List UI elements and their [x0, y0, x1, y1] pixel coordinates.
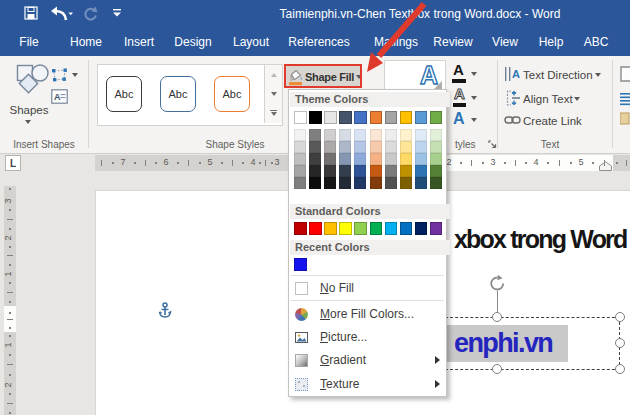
standard-color-swatch[interactable] — [400, 222, 413, 235]
theme-variant-swatch[interactable] — [354, 129, 366, 141]
theme-variant-swatch[interactable] — [294, 177, 306, 189]
shape-fill-button[interactable]: Shape Fill — [286, 66, 360, 88]
theme-variant-swatch[interactable] — [400, 177, 412, 189]
resize-handle-top-center[interactable] — [492, 312, 502, 322]
theme-variant-swatch[interactable] — [385, 153, 397, 165]
standard-color-swatch[interactable] — [370, 222, 383, 235]
theme-color-swatch[interactable] — [309, 111, 322, 124]
save-icon[interactable] — [24, 6, 38, 20]
theme-variant-swatch[interactable] — [339, 141, 351, 153]
resize-handle-bottom-right[interactable] — [615, 364, 625, 374]
theme-variant-swatch[interactable] — [354, 177, 366, 189]
tab-insert[interactable]: Insert — [124, 35, 154, 49]
shapes-dropdown-arrow[interactable] — [25, 120, 31, 124]
text-direction-dropdown-arrow[interactable] — [595, 73, 601, 77]
standard-color-swatch[interactable] — [324, 222, 337, 235]
recent-color-swatch[interactable] — [294, 258, 307, 271]
theme-variant-swatch[interactable] — [354, 165, 366, 177]
theme-variant-swatch[interactable] — [430, 141, 442, 153]
theme-variant-swatch[interactable] — [385, 165, 397, 177]
align-text-button[interactable]: Align Text — [523, 93, 573, 105]
theme-variant-swatch[interactable] — [370, 129, 382, 141]
textbox-selection-outline[interactable] — [445, 317, 620, 370]
theme-variant-swatch[interactable] — [309, 141, 321, 153]
theme-color-swatch[interactable] — [354, 111, 367, 124]
menu-item-gradient[interactable]: Gradient — [290, 349, 446, 371]
resize-handle-right-middle[interactable] — [615, 338, 625, 348]
tab-file[interactable]: File — [19, 35, 38, 49]
text-fill-dropdown-arrow[interactable] — [471, 72, 477, 76]
text-fill-button[interactable]: A — [453, 63, 464, 77]
tab-view[interactable]: View — [492, 35, 518, 49]
tab-abc[interactable]: ABC — [584, 35, 609, 49]
tab-mailings[interactable]: Mailings — [374, 35, 418, 49]
theme-variant-swatch[interactable] — [385, 141, 397, 153]
theme-variant-swatch[interactable] — [294, 165, 306, 177]
customize-qat-icon[interactable] — [112, 9, 122, 17]
theme-variant-swatch[interactable] — [415, 153, 427, 165]
gallery-more-button[interactable] — [264, 103, 282, 123]
theme-variant-swatch[interactable] — [415, 141, 427, 153]
standard-color-swatch[interactable] — [294, 222, 307, 235]
edit-shape-icon[interactable] — [51, 68, 68, 82]
theme-variant-swatch[interactable] — [294, 153, 306, 165]
shapes-button[interactable]: Shapes — [9, 104, 48, 116]
standard-color-swatch[interactable] — [415, 222, 428, 235]
align-text-dropdown-arrow[interactable] — [574, 97, 580, 101]
edit-shape-dropdown-arrow[interactable] — [72, 73, 78, 77]
resize-handle-top-right[interactable] — [615, 312, 625, 322]
theme-variant-swatch[interactable] — [415, 129, 427, 141]
theme-variant-swatch[interactable] — [430, 129, 442, 141]
standard-color-swatch[interactable] — [385, 222, 398, 235]
theme-variant-swatch[interactable] — [324, 153, 336, 165]
theme-variant-swatch[interactable] — [309, 165, 321, 177]
resize-handle-bottom-center[interactable] — [492, 364, 502, 374]
theme-color-swatch[interactable] — [400, 111, 413, 124]
shape-style-option-2[interactable]: Abc — [160, 76, 196, 112]
text-outline-button[interactable]: A — [454, 87, 465, 101]
text-effects-dropdown-arrow[interactable] — [471, 118, 477, 122]
standard-color-swatch[interactable] — [309, 222, 322, 235]
shape-style-option-1[interactable]: Abc — [106, 76, 142, 112]
tab-references[interactable]: References — [288, 35, 349, 49]
theme-variant-swatch[interactable] — [354, 141, 366, 153]
standard-color-swatch[interactable] — [339, 222, 352, 235]
menu-item-more-fill-colors[interactable]: More Fill Colors... — [290, 303, 446, 325]
theme-variant-swatch[interactable] — [385, 177, 397, 189]
theme-variant-swatch[interactable] — [309, 129, 321, 141]
theme-color-swatch[interactable] — [385, 111, 398, 124]
rotate-handle[interactable] — [489, 275, 506, 292]
theme-variant-swatch[interactable] — [430, 177, 442, 189]
text-effects-button[interactable]: A — [453, 111, 465, 126]
vertical-ruler[interactable]: 32112 — [4, 186, 16, 415]
standard-color-swatch[interactable] — [354, 222, 367, 235]
theme-variant-swatch[interactable] — [415, 177, 427, 189]
theme-variant-swatch[interactable] — [339, 177, 351, 189]
text-outline-dropdown-arrow[interactable] — [471, 96, 477, 100]
gallery-scroll-down-button[interactable] — [264, 84, 282, 103]
theme-variant-swatch[interactable] — [400, 153, 412, 165]
draw-textbox-icon[interactable]: A — [51, 89, 68, 104]
theme-variant-swatch[interactable] — [370, 177, 382, 189]
theme-variant-swatch[interactable] — [324, 165, 336, 177]
theme-variant-swatch[interactable] — [430, 165, 442, 177]
theme-variant-swatch[interactable] — [400, 165, 412, 177]
theme-variant-swatch[interactable] — [309, 153, 321, 165]
theme-variant-swatch[interactable] — [294, 141, 306, 153]
standard-color-swatch[interactable] — [430, 222, 443, 235]
theme-variant-swatch[interactable] — [324, 177, 336, 189]
theme-variant-swatch[interactable] — [294, 129, 306, 141]
theme-color-swatch[interactable] — [294, 111, 307, 124]
tab-home[interactable]: Home — [70, 35, 102, 49]
theme-variant-swatch[interactable] — [354, 153, 366, 165]
theme-variant-swatch[interactable] — [370, 153, 382, 165]
theme-variant-swatch[interactable] — [430, 153, 442, 165]
tab-selector[interactable]: L — [5, 155, 21, 171]
menu-item-no-fill[interactable]: No Fill — [290, 277, 446, 299]
theme-color-swatch[interactable] — [324, 111, 337, 124]
theme-variant-swatch[interactable] — [339, 165, 351, 177]
menu-item-texture[interactable]: Texture — [290, 373, 446, 395]
theme-variant-swatch[interactable] — [324, 141, 336, 153]
theme-variant-swatch[interactable] — [339, 129, 351, 141]
tab-review[interactable]: Review — [433, 35, 472, 49]
